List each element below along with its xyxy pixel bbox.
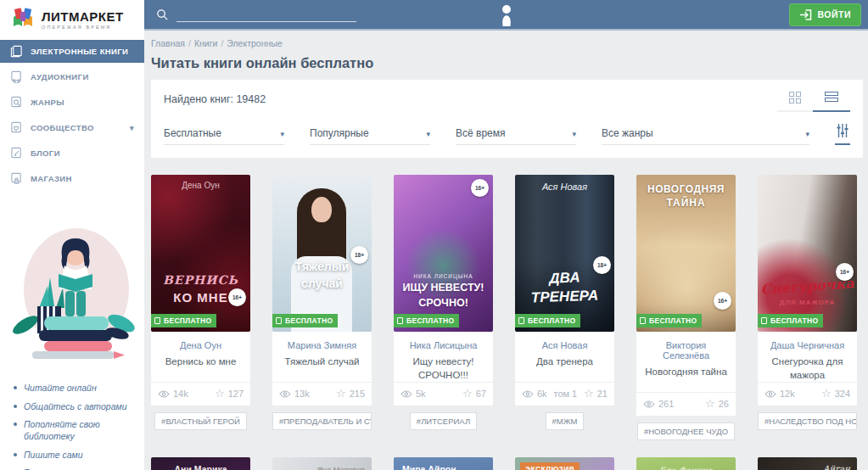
genre-filter-value: Все жанры <box>602 127 653 139</box>
sidebar-item-blogs[interactable]: БЛОГИ <box>0 142 144 165</box>
breadcrumb-separator: / <box>221 38 223 48</box>
eye-icon <box>279 390 291 398</box>
book-cover[interactable]: Ела Фенина 18+ <box>636 457 736 470</box>
book-tag-chip[interactable]: #НАСЛЕДСТВО ПОД НО... <box>758 412 857 430</box>
advanced-filters-button[interactable] <box>835 124 850 145</box>
login-arrow-icon <box>799 9 812 20</box>
free-badge: БЕСПЛАТНО <box>515 314 580 327</box>
book-title-link[interactable]: Новогодняя тайна <box>641 366 731 392</box>
promo-benefits-list: Читайте онлайн Общайтесь с авторами Попо… <box>10 383 134 470</box>
search-icon[interactable] <box>156 8 169 21</box>
logo-tagline: ОПЕРЕЖАЯ ВРЕМЯ <box>42 25 124 30</box>
audiobook-icon <box>10 70 23 83</box>
sidebar-item-label: СООБЩЕСТВО <box>31 123 94 132</box>
cover-author-text: Дена Оун <box>151 181 250 190</box>
list-view-icon <box>825 92 838 102</box>
price-filter-value: Бесплатные <box>164 127 221 139</box>
star-icon: ☆ <box>462 389 473 398</box>
list-view-toggle[interactable] <box>813 90 850 112</box>
sidebar-item-community[interactable]: СООБЩЕСТВО <box>0 116 144 139</box>
community-heart-icon <box>10 121 23 134</box>
book-cover[interactable]: Яна Мелевня <box>272 457 372 470</box>
book-author-link[interactable]: Даша Черничная <box>763 340 852 350</box>
sidebar-item-ebooks[interactable]: ЭЛЕКТРОННЫЕ КНИГИ <box>0 40 144 63</box>
sort-filter-select[interactable]: Популярные <box>310 127 430 145</box>
eye-icon <box>400 390 412 398</box>
book-cover[interactable]: НОВОГОДНЯЯ ТАЙНА 16+ БЕСПЛАТНО <box>636 175 736 332</box>
book-tag-chip[interactable]: #НОВОГОДНЕЕ ЧУДО <box>637 422 735 440</box>
rating-stat: ☆324 <box>821 389 850 399</box>
cover-title-text: НОВОГОДНЯЯ <box>636 183 736 195</box>
book-title-link[interactable]: Вернись ко мне <box>156 355 245 382</box>
book-tag-chip[interactable]: #ПРЕПОДАВАТЕЛЬ И СТУ... <box>272 412 372 430</box>
book-author-link[interactable]: Виктория Селезнёва <box>641 340 731 361</box>
book-card: Дена Оун ВЕРНИСЬ КО МНЕ 16+ БЕСПЛАТНО Де… <box>151 175 250 440</box>
free-badge: БЕСПЛАТНО <box>151 314 216 327</box>
sidebar-item-shop[interactable]: МАГАЗИН <box>0 167 144 190</box>
volume-label: том 1 <box>553 389 577 399</box>
book-card: Ася Новая ДВА ТРЕНЕРА 18+ БЕСПЛАТНО Ася … <box>515 175 614 440</box>
site-logo[interactable]: ЛИТМАРКЕТ ОПЕРЕЖАЯ ВРЕМЯ <box>0 0 144 37</box>
book-tag-chip[interactable]: #МЖМ <box>546 412 585 430</box>
book-tag-chip[interactable]: #ВЛАСТНЫЙ ГЕРОЙ <box>154 412 247 430</box>
cover-author-text: Ани Марика <box>151 464 250 470</box>
book-author-link[interactable]: Дена Оун <box>156 340 245 350</box>
book-cover[interactable]: Мира Айрон <box>394 457 493 470</box>
book-author-link[interactable]: Ася Новая <box>520 340 609 350</box>
sliders-icon <box>837 124 848 137</box>
books-row-1: Дена Оун ВЕРНИСЬ КО МНЕ 16+ БЕСПЛАТНО Де… <box>151 175 863 440</box>
user-silhouette-icon <box>500 4 512 30</box>
cover-author-text: Айган <box>773 464 850 470</box>
sidebar-nav-block: ЛИТМАРКЕТ ОПЕРЕЖАЯ ВРЕМЯ ЭЛЕКТРОННЫЕ КНИ… <box>0 0 144 201</box>
breadcrumb-books[interactable]: Книги <box>194 38 217 48</box>
book-cover[interactable]: НИКА ЛИСИЦЫНА ИЩУ НЕВЕСТУ! СРОЧНО! 16+ Б… <box>394 175 493 332</box>
book-title-link[interactable]: Тяжелый случай <box>277 355 367 382</box>
book-title-link[interactable]: Два тренера <box>520 355 609 382</box>
time-filter-select[interactable]: Всё время <box>456 127 576 145</box>
page-title: Читать книги онлайн бесплатно <box>151 55 863 71</box>
book-tag-chip[interactable]: #ЛИТСЕРИАЛ <box>410 412 477 430</box>
book-cover[interactable]: Снегурочка ДЛЯ МАЖОРА 16+ БЕСПЛАТНО <box>758 175 857 332</box>
star-icon: ☆ <box>821 389 832 398</box>
sort-filter-value: Популярные <box>310 127 369 139</box>
book-cover[interactable]: ЭКСКЛЮЗИВ <box>515 457 614 470</box>
grid-view-toggle[interactable] <box>777 90 813 112</box>
views-stat: 14k <box>158 389 188 399</box>
logo-title: ЛИТМАРКЕТ <box>42 9 124 24</box>
book-cover[interactable]: Дена Оун ВЕРНИСЬ КО МНЕ 16+ БЕСПЛАТНО <box>151 175 250 332</box>
price-filter-select[interactable]: Бесплатные <box>164 127 284 145</box>
shop-lock-icon <box>10 172 23 185</box>
book-icon <box>518 317 524 324</box>
age-badge: 16+ <box>836 263 854 281</box>
login-button[interactable]: ВОЙТИ <box>789 3 862 26</box>
book-cover[interactable]: Айган БОНД <box>758 457 857 470</box>
breadcrumb-home[interactable]: Главная <box>151 38 185 48</box>
book-cover[interactable]: Ася Новая ДВА ТРЕНЕРА 18+ БЕСПЛАТНО <box>515 175 614 332</box>
breadcrumb-current: Электронные <box>227 38 282 48</box>
cover-author-text: НИКА ЛИСИЦЫНА <box>394 273 493 279</box>
eye-icon <box>522 390 534 398</box>
book-cover[interactable]: Тяжёлый случай 18+ БЕСПЛАТНО <box>272 175 372 332</box>
sidebar-item-genres[interactable]: ЖАНРЫ <box>0 91 144 114</box>
book-title-link[interactable]: Снегурочка для мажора <box>763 355 852 382</box>
book-stats: 261 ☆26 <box>636 392 736 416</box>
book-stats: 13k ☆215 <box>272 382 372 406</box>
book-cover[interactable]: Ани Марика <box>151 457 250 470</box>
genre-filter-select[interactable]: Все жанры <box>602 127 809 145</box>
star-icon: ☆ <box>215 389 225 398</box>
book-card: Ани Марика <box>151 457 250 470</box>
promo-bullet: Читайте онлайн <box>12 383 132 394</box>
eye-icon <box>643 400 655 408</box>
book-card: Тяжёлый случай 18+ БЕСПЛАТНО Марина Зимн… <box>272 175 372 440</box>
book-card: Мира Айрон <box>394 457 493 470</box>
book-author-link[interactable]: Ника Лисицына <box>399 340 488 350</box>
search-input[interactable] <box>176 7 356 22</box>
cover-author-text: Ася Новая <box>515 182 614 192</box>
breadcrumb-separator: / <box>188 38 191 48</box>
book-title-link[interactable]: Ищу невесту! СРОЧНО!!! <box>399 355 488 382</box>
book-card: Снегурочка ДЛЯ МАЖОРА 16+ БЕСПЛАТНО Даша… <box>758 175 857 440</box>
sidebar-item-audiobooks[interactable]: АУДИОКНИГИ <box>0 65 144 88</box>
book-author-link[interactable]: Марина Зимняя <box>277 340 367 350</box>
book-info: Даша Черничная Снегурочка для мажора <box>758 332 857 382</box>
cover-author-text: Мира Айрон <box>394 464 493 470</box>
